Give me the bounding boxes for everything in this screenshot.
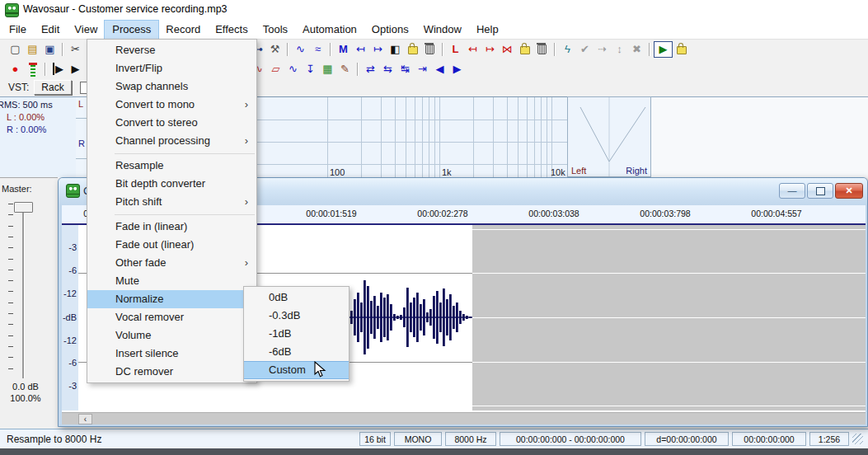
- waveform-insert-icon[interactable]: ∿: [292, 41, 309, 58]
- menu-item-resample[interactable]: Resample: [87, 157, 256, 175]
- zoom-selection-icon[interactable]: ↹: [396, 61, 414, 77]
- menu-item-insert-silence[interactable]: Insert silence›: [87, 345, 256, 363]
- lock-automation-icon[interactable]: [673, 41, 690, 58]
- status-segment-sample-rate: 8000 Hz: [445, 432, 496, 446]
- menubar-item-process[interactable]: Process: [105, 21, 158, 39]
- menu-item-fade-in-linear[interactable]: Fade in (linear): [87, 218, 256, 236]
- play-icon[interactable]: ▶: [67, 61, 84, 77]
- title-bar[interactable]: Wavosaur - Customer service recording.mp…: [0, 0, 868, 21]
- zoom-all-icon[interactable]: ⇥: [414, 61, 431, 77]
- loop-marker-icon[interactable]: ⋈: [499, 41, 516, 58]
- menubar-item-window[interactable]: Window: [416, 21, 469, 39]
- waveform-options-icon[interactable]: ∿: [284, 61, 302, 77]
- cut-icon[interactable]: ✂: [67, 41, 84, 58]
- loop-next-icon[interactable]: ↦: [481, 41, 499, 58]
- play-automation-icon[interactable]: ▶: [654, 41, 673, 58]
- menubar-item-file[interactable]: File: [2, 21, 34, 39]
- marker-previous-icon[interactable]: ↤: [352, 41, 369, 58]
- marker-play-icon[interactable]: ◧: [387, 41, 404, 58]
- menubar-item-help[interactable]: Help: [469, 21, 506, 39]
- resize-grip[interactable]: [852, 434, 863, 444]
- menu-item-dc-remover[interactable]: DC remover: [87, 363, 256, 381]
- minimize-button[interactable]: —: [779, 183, 805, 199]
- vst-rack-button[interactable]: Rack: [34, 80, 71, 95]
- menu-item-label: Invert/Flip: [115, 62, 162, 74]
- menubar-item-tools[interactable]: Tools: [256, 21, 295, 39]
- submenu-item-1db[interactable]: -1dB: [244, 325, 349, 343]
- menu-item-reverse[interactable]: Reverse: [87, 41, 256, 59]
- menu-item-vocal-remover[interactable]: Vocal remover: [87, 308, 256, 326]
- envelope-scale-icon[interactable]: ↕: [611, 41, 628, 58]
- menu-item-label: Swap channels: [115, 80, 188, 92]
- vst-label: VST:: [8, 82, 29, 93]
- envelope-icon[interactable]: ϟ: [559, 41, 576, 58]
- loop-icon[interactable]: L: [447, 41, 464, 58]
- delete-markers-icon[interactable]: [421, 41, 439, 58]
- channel-left-label: L: [78, 99, 83, 109]
- master-slider-track[interactable]: [22, 205, 25, 378]
- menu-item-pitch-shift[interactable]: Pitch shift›: [87, 193, 256, 211]
- menubar-item-automation[interactable]: Automation: [295, 21, 364, 39]
- submenu-item-0-3db[interactable]: -0.3dB: [244, 307, 349, 325]
- new-file-icon[interactable]: ▢: [7, 41, 24, 58]
- menu-item-convert-to-stereo[interactable]: Convert to stereo: [87, 114, 256, 132]
- wrench-icon[interactable]: ⚒: [266, 41, 284, 58]
- submenu-item-0db[interactable]: 0dB: [244, 288, 349, 307]
- menu-item-convert-to-mono[interactable]: Convert to mono›: [87, 96, 256, 114]
- envelope-step-icon[interactable]: ⇢: [594, 41, 611, 58]
- loop-previous-icon[interactable]: ↤: [464, 41, 481, 58]
- snap-zero-icon[interactable]: ↧: [302, 61, 319, 77]
- menubar-item-record[interactable]: Record: [158, 21, 208, 39]
- menu-item-bit-depth-converter[interactable]: Bit depth converter: [87, 175, 256, 193]
- apply-envelope-icon[interactable]: ✔: [576, 41, 594, 58]
- restore-button[interactable]: [807, 183, 833, 199]
- master-slider-tick: [8, 291, 13, 292]
- menu-item-other-fade[interactable]: Other fade›: [87, 254, 256, 272]
- open-file-icon[interactable]: ▤: [24, 41, 41, 58]
- waveform-mix-icon[interactable]: ≈: [309, 41, 326, 58]
- menu-item-channel-processing[interactable]: Channel processing›: [87, 132, 256, 150]
- menubar-item-effects[interactable]: Effects: [208, 21, 256, 39]
- delete-loops-icon[interactable]: [533, 41, 551, 58]
- master-gain-db: 0.0 dB: [0, 382, 51, 392]
- menu-item-volume[interactable]: Volume›: [87, 326, 256, 345]
- scroll-left-arrow[interactable]: ‹: [78, 414, 92, 425]
- batch-grid-icon[interactable]: ▦: [319, 61, 336, 77]
- go-start-icon[interactable]: ◀: [431, 61, 448, 77]
- copy-page-icon[interactable]: ▱: [267, 61, 284, 77]
- menu-item-label: Channel processing: [115, 134, 210, 147]
- submenu-item-custom[interactable]: Custom: [244, 361, 349, 379]
- lock-loops-icon[interactable]: [516, 41, 533, 58]
- menubar-item-edit[interactable]: Edit: [34, 21, 67, 39]
- master-slider-tick: [8, 335, 13, 336]
- play-from-start-icon[interactable]: ▶: [49, 61, 67, 77]
- record-icon[interactable]: ●: [7, 61, 24, 77]
- menu-item-fade-out-linear[interactable]: Fade out (linear): [87, 236, 256, 254]
- lock-markers-icon[interactable]: [404, 41, 421, 58]
- menu-item-invert-flip[interactable]: Invert/Flip: [87, 59, 256, 77]
- level-meter-icon[interactable]: [24, 61, 41, 77]
- horizontal-scrollbar[interactable]: ‹: [62, 412, 866, 425]
- pencil-icon[interactable]: ✎: [336, 61, 354, 77]
- menu-item-mute[interactable]: Mute: [87, 272, 256, 290]
- menu-item-label: Mute: [115, 274, 139, 287]
- document-icon: [66, 184, 80, 198]
- zoom-out-horizontal-icon[interactable]: ⇆: [379, 61, 396, 77]
- menubar-item-view[interactable]: View: [67, 21, 105, 39]
- save-file-icon[interactable]: ▣: [41, 41, 59, 58]
- normalize-submenu: 0dB-0.3dB-1dB-6dBCustom: [243, 286, 350, 382]
- close-button[interactable]: ✕: [835, 183, 863, 199]
- zoom-in-horizontal-icon[interactable]: ⇄: [362, 61, 379, 77]
- marker-icon[interactable]: M: [335, 41, 352, 58]
- go-end-icon[interactable]: ▶: [448, 61, 466, 77]
- master-slider-handle[interactable]: [14, 202, 33, 213]
- menu-item-normalize[interactable]: Normalize›: [87, 290, 256, 308]
- marker-next-icon[interactable]: ↦: [369, 41, 387, 58]
- envelope-delete-icon[interactable]: ✖: [628, 41, 645, 58]
- submenu-item-6db[interactable]: -6dB: [244, 343, 349, 361]
- menu-item-swap-channels[interactable]: Swap channels: [87, 77, 256, 96]
- spectrum-gridline: [551, 97, 552, 178]
- menubar-item-options[interactable]: Options: [364, 21, 416, 39]
- master-slider-tick: [8, 280, 13, 281]
- menu-bar: FileEditViewProcessRecordEffectsToolsAut…: [0, 21, 868, 39]
